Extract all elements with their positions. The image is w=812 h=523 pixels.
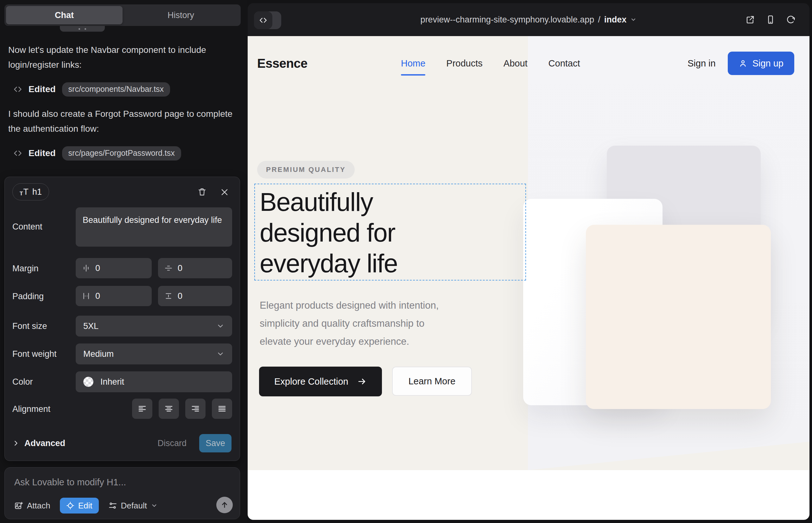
margin-label: Margin bbox=[12, 264, 39, 273]
learn-more-button[interactable]: Learn More bbox=[392, 366, 472, 396]
nav-link-products[interactable]: Products bbox=[446, 58, 482, 69]
nav-links: Home Products About Contact bbox=[401, 58, 580, 69]
arrow-up-icon bbox=[220, 501, 229, 509]
preview-page: index bbox=[604, 15, 627, 25]
code-icon bbox=[13, 149, 22, 158]
color-swatch bbox=[83, 377, 93, 387]
nav-link-about[interactable]: About bbox=[504, 58, 528, 69]
attach-image-icon bbox=[14, 501, 23, 510]
edited-file-row: Edited src/pages/ForgotPassword.tsx bbox=[13, 146, 181, 161]
attach-button[interactable]: Attach bbox=[14, 501, 50, 511]
chevron-down-icon bbox=[630, 16, 637, 23]
padding-y-icon bbox=[164, 292, 173, 300]
edited-label: Edited bbox=[29, 148, 56, 158]
edit-mode-button[interactable]: Edit bbox=[60, 498, 99, 513]
element-editor-panel: h1 Content Beautifully designed for ever… bbox=[4, 177, 240, 461]
file-chip[interactable]: src/pages/ForgotPassword.tsx bbox=[62, 146, 181, 161]
preview-url: preview--charming-site-symphony.lovable.… bbox=[421, 15, 595, 25]
color-label: Color bbox=[12, 377, 33, 387]
margin-x-input[interactable]: 0 bbox=[76, 258, 152, 278]
user-icon bbox=[739, 59, 747, 68]
chevron-down-icon bbox=[216, 350, 225, 358]
preview-site: Essence Home Products About Contact Sign… bbox=[248, 36, 810, 520]
preview-window: preview--charming-site-symphony.lovable.… bbox=[248, 3, 810, 520]
margin-y-input[interactable]: 0 bbox=[158, 258, 232, 278]
padding-x-input[interactable]: 0 bbox=[76, 286, 152, 306]
nav-link-home[interactable]: Home bbox=[401, 58, 425, 69]
url-separator: / bbox=[598, 15, 600, 25]
delete-element-button[interactable] bbox=[197, 187, 207, 197]
target-icon bbox=[66, 502, 74, 510]
font-weight-select[interactable]: Medium bbox=[76, 343, 232, 364]
advanced-toggle[interactable]: Advanced bbox=[12, 438, 65, 448]
hero-heading[interactable]: Beautifully designed for everyday life bbox=[260, 187, 398, 279]
sign-in-link[interactable]: Sign in bbox=[688, 58, 716, 69]
arrow-right-icon bbox=[357, 377, 367, 386]
preview-url-bar[interactable]: preview--charming-site-symphony.lovable.… bbox=[248, 3, 810, 36]
edited-file-row: Edited src/components/Navbar.tsx bbox=[13, 82, 170, 97]
save-button[interactable]: Save bbox=[199, 434, 231, 452]
site-navbar: Essence Home Products About Contact Sign… bbox=[248, 50, 810, 77]
sliders-icon bbox=[108, 501, 117, 510]
composer-toolbar: Attach Edit Default bbox=[14, 497, 158, 514]
prompt-composer: Attach Edit Default bbox=[4, 467, 240, 519]
align-justify-button[interactable] bbox=[212, 399, 232, 419]
premium-quality-badge: PREMIUM QUALITY bbox=[257, 161, 355, 179]
open-external-icon[interactable] bbox=[745, 15, 755, 24]
site-brand[interactable]: Essence bbox=[257, 56, 307, 71]
prompt-input[interactable] bbox=[14, 477, 230, 488]
hero-paragraph: Elegant products designed with intention… bbox=[260, 296, 439, 350]
color-select[interactable]: Inherit bbox=[76, 371, 232, 392]
content-input[interactable]: Beautifully designed for everyday life bbox=[76, 208, 232, 247]
nav-link-contact[interactable]: Contact bbox=[548, 58, 580, 69]
align-left-button[interactable] bbox=[132, 399, 152, 419]
content-label: Content bbox=[12, 222, 42, 232]
tab-history[interactable]: History bbox=[123, 6, 239, 24]
model-mode-select[interactable]: Default bbox=[108, 501, 158, 511]
auth-actions: Sign in Sign up bbox=[688, 52, 794, 75]
send-button[interactable] bbox=[216, 497, 233, 513]
mobile-view-icon[interactable] bbox=[766, 15, 775, 24]
font-size-select[interactable]: 5XL bbox=[76, 315, 232, 337]
padding-y-input[interactable]: 0 bbox=[158, 286, 232, 306]
chevron-right-icon bbox=[12, 440, 19, 447]
tab-chat[interactable]: Chat bbox=[6, 6, 123, 24]
alignment-label: Alignment bbox=[12, 404, 50, 414]
element-tag: h1 bbox=[32, 187, 42, 197]
chevron-down-icon bbox=[216, 322, 225, 330]
element-tag-chip[interactable]: h1 bbox=[12, 183, 49, 200]
scrolled-chip-peek[interactable] bbox=[60, 26, 105, 32]
align-center-button[interactable] bbox=[159, 399, 179, 419]
font-size-label: Font size bbox=[12, 321, 47, 331]
hero-section: Essence Home Products About Contact Sign… bbox=[248, 36, 810, 470]
explore-collection-button[interactable]: Explore Collection bbox=[259, 366, 382, 396]
close-editor-button[interactable] bbox=[220, 188, 229, 197]
padding-label: Padding bbox=[12, 292, 44, 301]
hero-cta-row: Explore Collection Learn More bbox=[259, 366, 472, 396]
refresh-icon[interactable] bbox=[786, 15, 796, 24]
chat-history-tabs: Chat History bbox=[4, 4, 241, 26]
code-icon bbox=[13, 85, 22, 94]
sign-up-button[interactable]: Sign up bbox=[728, 52, 794, 75]
assistant-message: I should also create a Forgot Password p… bbox=[8, 106, 235, 136]
edited-label: Edited bbox=[29, 84, 56, 94]
margin-y-icon bbox=[164, 264, 173, 272]
chevron-down-icon bbox=[151, 502, 158, 509]
padding-x-icon bbox=[82, 292, 90, 300]
file-chip[interactable]: src/components/Navbar.tsx bbox=[62, 82, 170, 96]
assistant-message: Now let's update the Navbar component to… bbox=[8, 42, 235, 72]
type-icon bbox=[20, 188, 29, 196]
font-weight-label: Font weight bbox=[12, 349, 57, 359]
decorative-card-cream bbox=[586, 225, 771, 409]
margin-x-icon bbox=[82, 264, 90, 272]
alignment-group bbox=[132, 399, 232, 419]
editor-footer: Advanced Discard Save bbox=[12, 434, 231, 452]
lovable-chat-panel: Chat History Now let's update the Navbar… bbox=[0, 0, 247, 523]
align-right-button[interactable] bbox=[185, 399, 206, 419]
preview-toolbar-icons bbox=[745, 3, 796, 36]
discard-button[interactable]: Discard bbox=[157, 438, 187, 448]
